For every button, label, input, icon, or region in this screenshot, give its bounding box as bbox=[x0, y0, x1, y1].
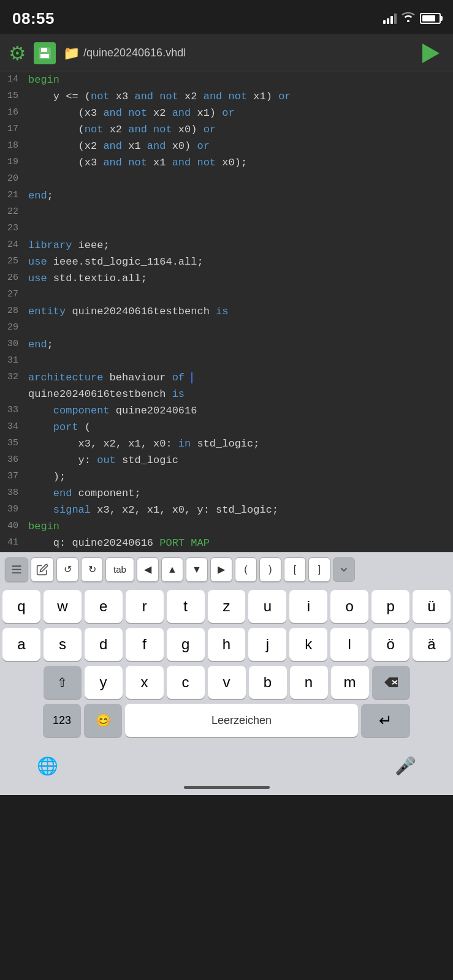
key-j[interactable]: j bbox=[248, 628, 286, 661]
tab-button[interactable]: tab bbox=[105, 557, 134, 582]
arrow-up-button[interactable]: ▲ bbox=[161, 557, 183, 582]
line-content[interactable]: signal x3, x2, x1, x0, y: std_logic; bbox=[23, 502, 453, 519]
line-content[interactable]: end component; bbox=[23, 486, 453, 502]
line-number: 17 bbox=[0, 122, 23, 138]
line-content[interactable]: x3, x2, x1, x0: in std_logic; bbox=[23, 436, 453, 453]
line-content[interactable]: (x2 and x1 and x0) or bbox=[23, 138, 453, 155]
line-content[interactable]: y: out std_logic bbox=[23, 453, 453, 469]
bracket-close-button[interactable]: ] bbox=[308, 557, 330, 582]
code-line: 18 (x2 and x1 and x0) or bbox=[0, 138, 453, 155]
line-content[interactable] bbox=[23, 320, 453, 337]
key-r[interactable]: r bbox=[126, 590, 164, 623]
line-content[interactable]: use std.textio.all; bbox=[23, 271, 453, 287]
line-content[interactable]: entity quine20240616testbench is bbox=[23, 304, 453, 320]
key-ue[interactable]: ü bbox=[413, 590, 451, 623]
globe-icon[interactable]: 🌐 bbox=[37, 756, 58, 776]
line-content[interactable] bbox=[23, 172, 453, 188]
code-line: 14begin bbox=[0, 72, 453, 89]
space-key[interactable]: Leerzeichen bbox=[125, 704, 358, 737]
key-p[interactable]: p bbox=[371, 590, 409, 623]
line-content[interactable]: quine20240616testbench is bbox=[23, 386, 453, 403]
line-content[interactable]: (not x2 and not x0) or bbox=[23, 122, 453, 138]
line-content[interactable]: architecture behaviour of bbox=[23, 370, 453, 386]
key-l[interactable]: l bbox=[330, 628, 368, 661]
line-content[interactable]: begin bbox=[23, 519, 453, 535]
undo-button[interactable]: ↺ bbox=[56, 557, 78, 582]
key-w[interactable]: w bbox=[44, 590, 82, 623]
line-number: 35 bbox=[0, 436, 23, 453]
key-y[interactable]: y bbox=[85, 666, 123, 699]
line-content[interactable]: use ieee.std_logic_1164.all; bbox=[23, 254, 453, 271]
redo-button[interactable]: ↻ bbox=[81, 557, 103, 582]
num-key[interactable]: 123 bbox=[43, 704, 81, 737]
key-oe[interactable]: ö bbox=[371, 628, 409, 661]
line-number: 37 bbox=[0, 469, 23, 486]
svg-rect-3 bbox=[12, 565, 21, 567]
key-z[interactable]: z bbox=[208, 590, 246, 623]
key-i[interactable]: i bbox=[289, 590, 327, 623]
key-d[interactable]: d bbox=[85, 628, 123, 661]
line-content[interactable]: end; bbox=[23, 188, 453, 205]
shift-key[interactable]: ⇧ bbox=[44, 666, 82, 699]
line-content[interactable]: component quine20240616 bbox=[23, 403, 453, 420]
line-number bbox=[0, 386, 23, 403]
key-o[interactable]: o bbox=[330, 590, 368, 623]
line-content[interactable]: end; bbox=[23, 337, 453, 353]
line-content[interactable]: (x3 and not x2 and x1) or bbox=[23, 105, 453, 122]
key-n[interactable]: n bbox=[290, 666, 328, 699]
key-x[interactable]: x bbox=[126, 666, 164, 699]
line-content[interactable]: library ieee; bbox=[23, 238, 453, 254]
run-button[interactable] bbox=[417, 40, 444, 67]
key-h[interactable]: h bbox=[208, 628, 246, 661]
key-v[interactable]: v bbox=[208, 666, 246, 699]
bracket-open-button[interactable]: [ bbox=[284, 557, 306, 582]
key-s[interactable]: s bbox=[44, 628, 82, 661]
paren-close-button[interactable]: ) bbox=[259, 557, 281, 582]
line-content[interactable]: q: quine20240616 PORT MAP bbox=[23, 535, 453, 552]
line-content[interactable]: y <= (not x3 and not x2 and not x1) or bbox=[23, 89, 453, 105]
line-number: 30 bbox=[0, 337, 23, 353]
arrow-left-button[interactable]: ◀ bbox=[137, 557, 159, 582]
key-f[interactable]: f bbox=[126, 628, 164, 661]
edit-mode-button[interactable] bbox=[31, 557, 54, 582]
code-line: 27 bbox=[0, 287, 453, 304]
save-button[interactable] bbox=[34, 42, 56, 64]
line-content[interactable] bbox=[23, 221, 453, 238]
backspace-key[interactable] bbox=[372, 666, 410, 699]
line-content[interactable]: (x3 and not x1 and not x0); bbox=[23, 155, 453, 172]
code-editor[interactable]: 14begin15 y <= (not x3 and not x2 and no… bbox=[0, 72, 453, 552]
return-key[interactable]: ↵ bbox=[361, 704, 410, 737]
key-q[interactable]: q bbox=[2, 590, 40, 623]
line-content[interactable] bbox=[23, 205, 453, 221]
line-content[interactable]: ); bbox=[23, 469, 453, 486]
paren-open-button[interactable]: ( bbox=[235, 557, 257, 582]
key-a[interactable]: a bbox=[2, 628, 40, 661]
emoji-key[interactable]: 😊 bbox=[84, 704, 122, 737]
code-line: 29 bbox=[0, 320, 453, 337]
key-e[interactable]: e bbox=[85, 590, 123, 623]
key-b[interactable]: b bbox=[249, 666, 287, 699]
arrow-right-button[interactable]: ▶ bbox=[210, 557, 232, 582]
line-content[interactable]: port ( bbox=[23, 420, 453, 436]
line-number: 31 bbox=[0, 353, 23, 370]
key-m[interactable]: m bbox=[331, 666, 369, 699]
signal-strength-icon bbox=[383, 13, 397, 24]
key-c[interactable]: c bbox=[167, 666, 205, 699]
keyboard-settings-button[interactable] bbox=[5, 557, 28, 582]
code-line: 40begin bbox=[0, 519, 453, 535]
key-ae[interactable]: ä bbox=[413, 628, 451, 661]
code-line: 39 signal x3, x2, x1, x0, y: std_logic; bbox=[0, 502, 453, 519]
svg-rect-2 bbox=[40, 54, 49, 58]
line-content[interactable]: begin bbox=[23, 72, 453, 89]
line-content[interactable] bbox=[23, 287, 453, 304]
key-t[interactable]: t bbox=[167, 590, 205, 623]
microphone-icon[interactable]: 🎤 bbox=[395, 756, 416, 776]
key-k[interactable]: k bbox=[289, 628, 327, 661]
key-g[interactable]: g bbox=[167, 628, 205, 661]
chevron-down-icon[interactable] bbox=[333, 557, 355, 582]
settings-icon[interactable]: ⚙ bbox=[9, 42, 26, 65]
key-u[interactable]: u bbox=[248, 590, 286, 623]
arrow-down-button[interactable]: ▼ bbox=[186, 557, 208, 582]
line-content[interactable] bbox=[23, 353, 453, 370]
status-icons bbox=[383, 12, 441, 25]
